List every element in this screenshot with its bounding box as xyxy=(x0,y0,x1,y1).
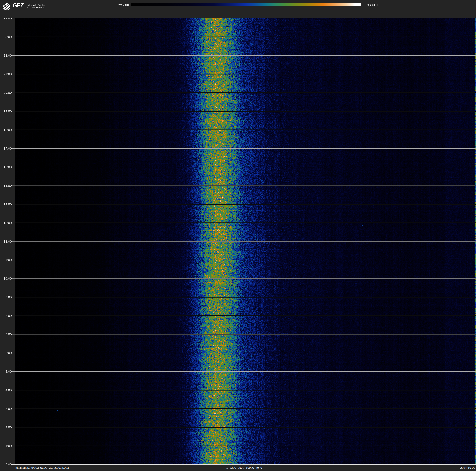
footer-filename: 1_2200_2500_10000_40_0 xyxy=(226,465,262,471)
hour-label: 2:00 xyxy=(5,425,12,429)
colorbar-gradient xyxy=(131,3,361,6)
hour-label: 23:00 xyxy=(3,35,12,38)
hour-label: 13:00 xyxy=(3,221,12,225)
header-bar: GFZ Helmholtz Centre for Geosciences -75… xyxy=(0,0,476,18)
hour-label: 18:00 xyxy=(3,128,12,132)
footer-bar: https://doi.org/10.5880/GFZ.1.2.2024.003… xyxy=(0,465,476,471)
colorbar-max-label: -55 dBm xyxy=(367,3,378,6)
hour-label: 11:00 xyxy=(4,258,12,262)
hour-label: 17:00 xyxy=(3,147,12,150)
spectrogram-page: { "header": { "logo": { "brand": "GFZ", … xyxy=(0,0,476,471)
hour-label: 15:00 xyxy=(3,184,12,187)
hour-label: 10:00 xyxy=(3,277,12,280)
brand-subtitle-line2: for Geosciences xyxy=(26,6,45,9)
hour-label: 1:00 xyxy=(5,444,12,448)
hour-label: 7:00 xyxy=(5,332,12,336)
footer-date: 2024-10-09 xyxy=(460,465,475,471)
spectrogram-canvas xyxy=(15,18,476,465)
hour-label: 3:00 xyxy=(5,407,12,410)
hour-label: 19:00 xyxy=(3,109,12,113)
hour-label: 6:00 xyxy=(5,351,12,355)
hour-label: 14:00 xyxy=(3,202,12,206)
hour-label: 20:00 xyxy=(3,91,12,94)
hour-label: 22:00 xyxy=(3,54,12,57)
hour-label: 12:00 xyxy=(3,240,12,243)
hour-label: 21:00 xyxy=(3,72,12,76)
hour-label: 8:00 xyxy=(5,314,12,317)
hour-label: 5:00 xyxy=(5,370,12,373)
colorbar-min-label: -75 dBm xyxy=(0,3,129,6)
hour-label: 9:00 xyxy=(5,295,12,299)
hour-label: 4:00 xyxy=(5,388,12,392)
hour-label: 16:00 xyxy=(3,165,12,169)
doi-text: https://doi.org/10.5880/GFZ.1.2.2024.003 xyxy=(15,465,69,471)
